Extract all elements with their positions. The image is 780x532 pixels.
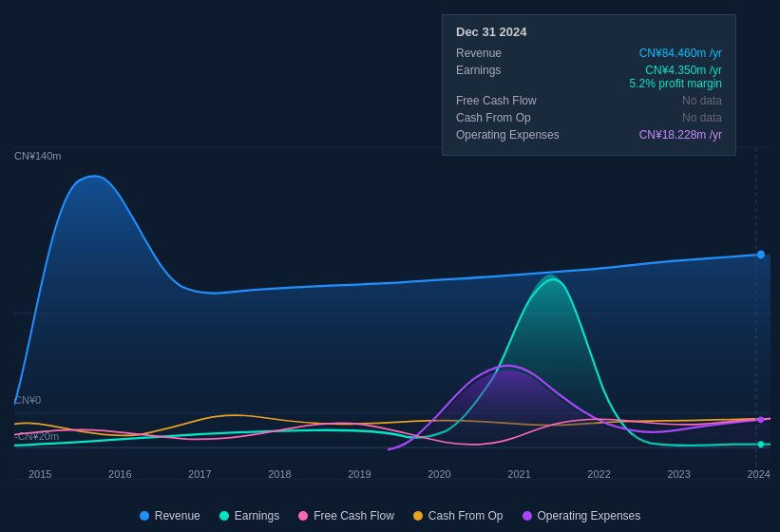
tooltip-row-fcf: Free Cash Flow No data [456,94,722,107]
legend-label-cashfromop: Cash From Op [428,509,504,522]
tooltip-label-earnings: Earnings [456,64,570,77]
legend-dot-opex [523,511,532,521]
opex-dot [758,416,764,423]
x-label-2021: 2021 [507,468,530,480]
tooltip-margin: 5.2% profit margin [630,77,722,90]
tooltip-value-earnings: CN¥4.350m /yr [645,64,722,77]
x-label-2016: 2016 [108,468,131,480]
x-label-2023: 2023 [667,468,690,480]
x-label-2017: 2017 [188,468,211,480]
revenue-dot [757,250,765,258]
chart-svg [14,147,770,480]
tooltip-row-revenue: Revenue CN¥84.460m /yr [456,47,722,60]
chart-legend: Revenue Earnings Free Cash Flow Cash Fro… [0,509,780,522]
tooltip-row-earnings: Earnings CN¥4.350m /yr 5.2% profit margi… [456,64,722,90]
legend-dot-earnings [219,511,229,521]
tooltip-label-opex: Operating Expenses [456,128,570,142]
legend-dot-fcf [298,511,308,521]
x-label-2015: 2015 [29,468,51,480]
earnings-dot [758,441,764,447]
tooltip-panel: Dec 31 2024 Revenue CN¥84.460m /yr Earni… [442,14,736,156]
tooltip-label-revenue: Revenue [456,47,570,60]
chart-area [14,147,770,480]
tooltip-value-revenue: CN¥84.460m /yr [639,47,722,60]
x-label-2020: 2020 [428,468,450,480]
tooltip-value-cashfromop: No data [682,111,722,124]
tooltip-row-cashfromop: Cash From Op No data [456,111,722,124]
legend-earnings[interactable]: Earnings [219,509,279,522]
legend-dot-cashfromop [413,511,423,521]
legend-opex[interactable]: Operating Expenses [523,509,641,522]
legend-label-earnings: Earnings [235,509,279,522]
tooltip-earnings-group: CN¥4.350m /yr 5.2% profit margin [630,64,722,90]
tooltip-row-opex: Operating Expenses CN¥18.228m /yr [456,128,722,142]
x-label-2018: 2018 [268,468,291,480]
x-label-2019: 2019 [348,468,371,480]
tooltip-value-opex: CN¥18.228m /yr [639,128,722,142]
legend-dot-revenue [140,511,149,521]
x-label-2022: 2022 [587,468,610,480]
x-label-2024: 2024 [747,468,770,480]
tooltip-value-fcf: No data [682,94,722,107]
legend-fcf[interactable]: Free Cash Flow [298,509,394,522]
x-axis-labels: 2015 2016 2017 2018 2019 2020 2021 2022 … [29,468,770,480]
legend-label-opex: Operating Expenses [538,509,641,522]
tooltip-label-cashfromop: Cash From Op [456,111,570,124]
tooltip-date: Dec 31 2024 [456,25,722,39]
legend-cashfromop[interactable]: Cash From Op [413,509,504,522]
tooltip-label-fcf: Free Cash Flow [456,94,570,107]
legend-revenue[interactable]: Revenue [140,509,200,522]
legend-label-fcf: Free Cash Flow [314,509,394,522]
legend-label-revenue: Revenue [155,509,200,522]
